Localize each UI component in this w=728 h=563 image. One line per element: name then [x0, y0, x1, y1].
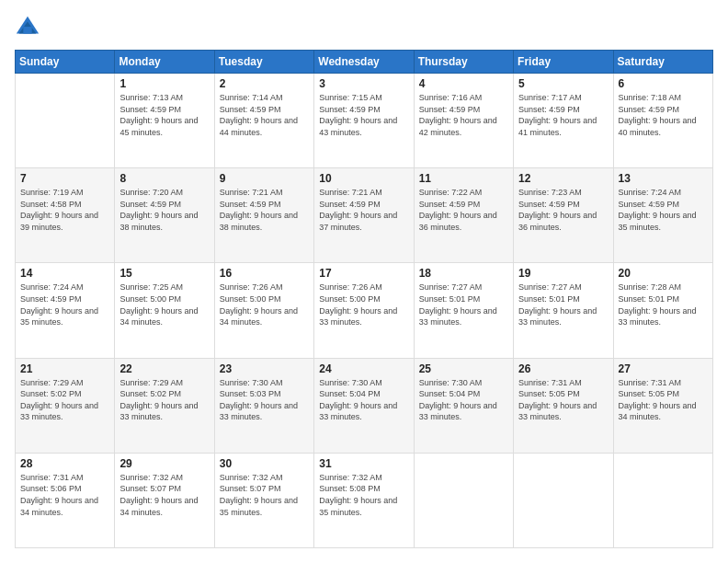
calendar-cell: 8Sunrise: 7:20 AMSunset: 4:59 PMDaylight…: [115, 168, 214, 263]
weekday-header: Thursday: [414, 51, 513, 74]
day-info: Sunrise: 7:26 AMSunset: 5:00 PMDaylight:…: [319, 282, 408, 327]
calendar-cell: 4Sunrise: 7:16 AMSunset: 4:59 PMDaylight…: [414, 74, 513, 168]
day-number: 14: [20, 267, 109, 280]
day-info: Sunrise: 7:17 AMSunset: 4:59 PMDaylight:…: [518, 92, 608, 138]
calendar-cell: 6Sunrise: 7:18 AMSunset: 4:59 PMDaylight…: [613, 74, 712, 168]
day-info: Sunrise: 7:31 AMSunset: 5:06 PMDaylight:…: [20, 472, 109, 518]
day-info: Sunrise: 7:30 AMSunset: 5:04 PMDaylight:…: [319, 377, 408, 423]
day-info: Sunrise: 7:14 AMSunset: 4:59 PMDaylight:…: [220, 92, 309, 138]
day-info: Sunrise: 7:30 AMSunset: 5:04 PMDaylight:…: [419, 377, 508, 423]
calendar-cell: 15Sunrise: 7:25 AMSunset: 5:00 PMDayligh…: [115, 263, 214, 358]
weekday-header: Sunday: [16, 51, 115, 74]
page: SundayMondayTuesdayWednesdayThursdayFrid…: [0, 0, 728, 563]
day-info: Sunrise: 7:19 AMSunset: 4:58 PMDaylight:…: [20, 187, 109, 233]
day-number: 25: [419, 362, 508, 375]
day-number: 24: [319, 362, 408, 375]
calendar-cell: 12Sunrise: 7:23 AMSunset: 4:59 PMDayligh…: [514, 168, 613, 263]
day-number: 22: [119, 362, 209, 375]
calendar-cell: 13Sunrise: 7:24 AMSunset: 4:59 PMDayligh…: [613, 168, 712, 263]
day-info: Sunrise: 7:29 AMSunset: 5:02 PMDaylight:…: [119, 377, 209, 423]
day-info: Sunrise: 7:21 AMSunset: 4:59 PMDaylight:…: [319, 187, 408, 233]
day-info: Sunrise: 7:25 AMSunset: 5:00 PMDaylight:…: [119, 282, 209, 327]
day-number: 15: [119, 267, 209, 280]
day-number: 27: [619, 362, 708, 375]
calendar-cell: 14Sunrise: 7:24 AMSunset: 4:59 PMDayligh…: [16, 263, 115, 358]
calendar-cell: 25Sunrise: 7:30 AMSunset: 5:04 PMDayligh…: [414, 358, 513, 453]
calendar-cell: 5Sunrise: 7:17 AMSunset: 4:59 PMDaylight…: [514, 74, 613, 168]
day-number: 13: [619, 172, 708, 185]
day-number: 28: [20, 457, 109, 470]
calendar-cell: 31Sunrise: 7:32 AMSunset: 5:08 PMDayligh…: [314, 453, 414, 547]
weekday-header: Saturday: [613, 51, 712, 74]
logo: [15, 15, 42, 40]
day-number: 12: [518, 172, 608, 185]
day-info: Sunrise: 7:32 AMSunset: 5:07 PMDaylight:…: [220, 472, 309, 518]
day-number: 19: [518, 267, 608, 280]
weekday-header: Tuesday: [214, 51, 313, 74]
calendar-cell: 24Sunrise: 7:30 AMSunset: 5:04 PMDayligh…: [314, 358, 414, 453]
day-number: 16: [220, 267, 309, 280]
day-info: Sunrise: 7:15 AMSunset: 4:59 PMDaylight:…: [319, 92, 408, 138]
day-info: Sunrise: 7:32 AMSunset: 5:07 PMDaylight:…: [119, 472, 209, 518]
day-number: 10: [319, 172, 408, 185]
calendar-cell: [613, 453, 712, 547]
day-number: 2: [220, 77, 309, 90]
calendar-cell: 18Sunrise: 7:27 AMSunset: 5:01 PMDayligh…: [414, 263, 513, 358]
day-info: Sunrise: 7:13 AMSunset: 4:59 PMDaylight:…: [119, 92, 209, 138]
day-info: Sunrise: 7:26 AMSunset: 5:00 PMDaylight:…: [220, 282, 309, 327]
weekday-header: Wednesday: [314, 51, 414, 74]
calendar-cell: 19Sunrise: 7:27 AMSunset: 5:01 PMDayligh…: [514, 263, 613, 358]
calendar-cell: 26Sunrise: 7:31 AMSunset: 5:05 PMDayligh…: [514, 358, 613, 453]
calendar-cell: 28Sunrise: 7:31 AMSunset: 5:06 PMDayligh…: [16, 453, 115, 547]
logo-icon: [15, 15, 40, 40]
calendar-cell: [16, 74, 115, 168]
day-number: 17: [319, 267, 408, 280]
day-info: Sunrise: 7:21 AMSunset: 4:59 PMDaylight:…: [220, 187, 309, 233]
day-info: Sunrise: 7:31 AMSunset: 5:05 PMDaylight:…: [518, 377, 608, 423]
day-number: 30: [220, 457, 309, 470]
day-number: 6: [619, 77, 708, 90]
calendar-week-row: 28Sunrise: 7:31 AMSunset: 5:06 PMDayligh…: [16, 453, 713, 547]
calendar-cell: 7Sunrise: 7:19 AMSunset: 4:58 PMDaylight…: [16, 168, 115, 263]
day-number: 21: [20, 362, 109, 375]
weekday-header: Friday: [514, 51, 613, 74]
day-number: 20: [619, 267, 708, 280]
calendar-cell: 20Sunrise: 7:28 AMSunset: 5:01 PMDayligh…: [613, 263, 712, 358]
calendar-week-row: 14Sunrise: 7:24 AMSunset: 4:59 PMDayligh…: [16, 263, 713, 358]
calendar-cell: 30Sunrise: 7:32 AMSunset: 5:07 PMDayligh…: [214, 453, 313, 547]
day-number: 4: [419, 77, 508, 90]
day-number: 29: [119, 457, 209, 470]
day-info: Sunrise: 7:29 AMSunset: 5:02 PMDaylight:…: [20, 377, 109, 423]
calendar-cell: 17Sunrise: 7:26 AMSunset: 5:00 PMDayligh…: [314, 263, 414, 358]
day-number: 26: [518, 362, 608, 375]
day-number: 5: [518, 77, 608, 90]
calendar-cell: 10Sunrise: 7:21 AMSunset: 4:59 PMDayligh…: [314, 168, 414, 263]
calendar-cell: 9Sunrise: 7:21 AMSunset: 4:59 PMDaylight…: [214, 168, 313, 263]
calendar-cell: 23Sunrise: 7:30 AMSunset: 5:03 PMDayligh…: [214, 358, 313, 453]
calendar-cell: 2Sunrise: 7:14 AMSunset: 4:59 PMDaylight…: [214, 74, 313, 168]
day-number: 1: [119, 77, 209, 90]
calendar-table: SundayMondayTuesdayWednesdayThursdayFrid…: [15, 50, 713, 548]
calendar-cell: 21Sunrise: 7:29 AMSunset: 5:02 PMDayligh…: [16, 358, 115, 453]
calendar-cell: [514, 453, 613, 547]
day-info: Sunrise: 7:20 AMSunset: 4:59 PMDaylight:…: [119, 187, 209, 233]
weekday-header: Monday: [115, 51, 214, 74]
calendar-cell: 22Sunrise: 7:29 AMSunset: 5:02 PMDayligh…: [115, 358, 214, 453]
calendar-cell: 1Sunrise: 7:13 AMSunset: 4:59 PMDaylight…: [115, 74, 214, 168]
day-info: Sunrise: 7:24 AMSunset: 4:59 PMDaylight:…: [20, 282, 109, 327]
calendar-week-row: 7Sunrise: 7:19 AMSunset: 4:58 PMDaylight…: [16, 168, 713, 263]
day-number: 31: [319, 457, 408, 470]
day-info: Sunrise: 7:23 AMSunset: 4:59 PMDaylight:…: [518, 187, 608, 233]
day-info: Sunrise: 7:28 AMSunset: 5:01 PMDaylight:…: [619, 282, 708, 327]
day-number: 11: [419, 172, 508, 185]
calendar-week-row: 1Sunrise: 7:13 AMSunset: 4:59 PMDaylight…: [16, 74, 713, 168]
day-info: Sunrise: 7:24 AMSunset: 4:59 PMDaylight:…: [619, 187, 708, 233]
calendar-cell: 29Sunrise: 7:32 AMSunset: 5:07 PMDayligh…: [115, 453, 214, 547]
calendar-cell: 11Sunrise: 7:22 AMSunset: 4:59 PMDayligh…: [414, 168, 513, 263]
day-number: 8: [119, 172, 209, 185]
day-info: Sunrise: 7:27 AMSunset: 5:01 PMDaylight:…: [419, 282, 508, 327]
day-info: Sunrise: 7:30 AMSunset: 5:03 PMDaylight:…: [220, 377, 309, 423]
day-number: 9: [220, 172, 309, 185]
day-number: 7: [20, 172, 109, 185]
day-number: 3: [319, 77, 408, 90]
